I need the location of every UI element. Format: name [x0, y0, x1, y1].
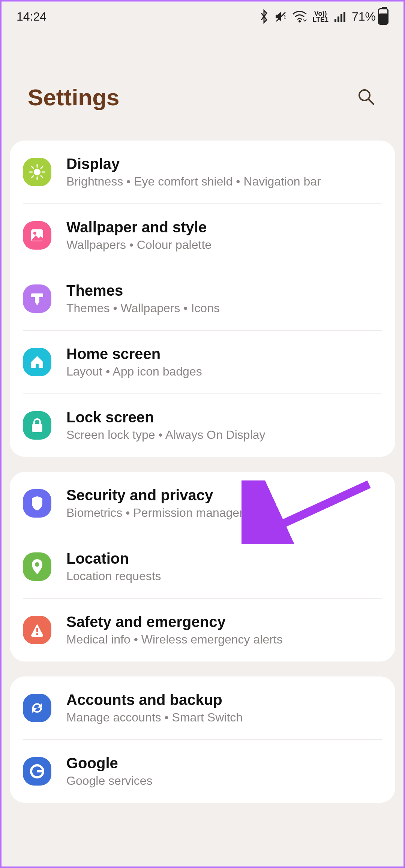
settings-row-lock[interactable]: Lock screenScreen lock type • Always On … — [23, 394, 382, 457]
sync-icon — [23, 694, 51, 722]
mute-icon — [274, 10, 287, 23]
svg-rect-4 — [340, 14, 342, 22]
settings-row-themes[interactable]: ThemesThemes • Wallpapers • Icons — [23, 267, 382, 331]
row-subtitle: Medical info • Wireless emergency alerts — [66, 633, 283, 647]
svg-rect-19 — [31, 293, 43, 297]
settings-row-wallpaper[interactable]: Wallpaper and styleWallpapers • Colour p… — [23, 204, 382, 267]
row-text: Wallpaper and styleWallpapers • Colour p… — [66, 219, 212, 252]
row-text: Lock screenScreen lock type • Always On … — [66, 409, 266, 442]
svg-rect-26 — [37, 770, 44, 772]
row-title: Display — [66, 156, 321, 172]
settings-group: DisplayBrightness • Eye comfort shield •… — [10, 141, 395, 457]
row-title: Themes — [66, 282, 220, 299]
status-time: 14:24 — [16, 10, 46, 24]
row-subtitle: Biometrics • Permission manager — [66, 506, 243, 520]
row-title: Wallpaper and style — [66, 219, 212, 236]
row-subtitle: Location requests — [66, 569, 161, 583]
battery-percent: 71% — [352, 10, 376, 24]
row-text: Security and privacyBiometrics • Permiss… — [66, 487, 243, 520]
wallpaper-icon — [23, 221, 51, 250]
bluetooth-icon — [259, 9, 269, 24]
row-title: Google — [66, 755, 152, 772]
row-subtitle: Screen lock type • Always On Display — [66, 428, 266, 442]
volte-icon: Vo))LTE1 — [312, 10, 328, 22]
row-title: Security and privacy — [66, 487, 243, 504]
svg-line-15 — [32, 176, 33, 178]
row-subtitle: Manage accounts • Smart Switch — [66, 711, 243, 724]
svg-point-1 — [298, 20, 301, 22]
svg-line-14 — [41, 176, 43, 178]
row-subtitle: Themes • Wallpapers • Icons — [66, 301, 220, 315]
row-text: LocationLocation requests — [66, 550, 161, 583]
battery-indicator: 71% — [352, 8, 388, 25]
settings-row-google[interactable]: GoogleGoogle services — [23, 740, 382, 803]
svg-rect-23 — [36, 628, 38, 632]
shield-icon — [23, 489, 51, 518]
svg-rect-5 — [344, 12, 345, 22]
status-right: Vo))LTE1 71% — [259, 8, 388, 25]
row-subtitle: Wallpapers • Colour palette — [66, 238, 212, 252]
svg-point-18 — [33, 232, 36, 235]
row-text: Home screenLayout • App icon badges — [66, 346, 202, 379]
settings-row-home[interactable]: Home screenLayout • App icon badges — [23, 331, 382, 394]
row-title: Accounts and backup — [66, 691, 243, 708]
row-text: Safety and emergencyMedical info • Wirel… — [66, 614, 283, 647]
row-title: Lock screen — [66, 409, 266, 426]
settings-list: DisplayBrightness • Eye comfort shield •… — [2, 141, 404, 803]
lock-icon — [23, 411, 51, 440]
svg-rect-3 — [338, 16, 339, 22]
row-text: Accounts and backupManage accounts • Sma… — [66, 691, 243, 724]
row-title: Home screen — [66, 346, 202, 362]
svg-line-7 — [369, 99, 374, 104]
row-subtitle: Google services — [66, 774, 152, 788]
svg-line-16 — [41, 166, 43, 168]
signal-icon — [334, 10, 346, 22]
svg-rect-24 — [36, 633, 38, 635]
row-text: ThemesThemes • Wallpapers • Icons — [66, 282, 220, 315]
google-icon — [23, 757, 51, 786]
settings-row-shield[interactable]: Security and privacyBiometrics • Permiss… — [23, 472, 382, 535]
settings-row-sync[interactable]: Accounts and backupManage accounts • Sma… — [23, 676, 382, 740]
svg-rect-20 — [35, 297, 39, 302]
page-title: Settings — [28, 84, 120, 111]
svg-point-8 — [34, 169, 40, 175]
settings-row-safety[interactable]: Safety and emergencyMedical info • Wirel… — [23, 599, 382, 661]
settings-row-display[interactable]: DisplayBrightness • Eye comfort shield •… — [23, 141, 382, 204]
row-title: Location — [66, 550, 161, 567]
settings-row-location[interactable]: LocationLocation requests — [23, 535, 382, 599]
display-icon — [23, 158, 51, 186]
svg-line-13 — [32, 166, 33, 168]
themes-icon — [23, 284, 51, 313]
status-bar: 14:24 Vo))LTE1 71% — [2, 1, 404, 31]
search-button[interactable] — [355, 86, 377, 109]
row-text: DisplayBrightness • Eye comfort shield •… — [66, 156, 321, 189]
home-icon — [23, 348, 51, 376]
location-icon — [23, 552, 51, 581]
search-icon — [357, 88, 375, 107]
row-text: GoogleGoogle services — [66, 755, 152, 788]
battery-icon — [378, 8, 388, 25]
row-subtitle: Layout • App icon badges — [66, 365, 202, 379]
header: Settings — [2, 31, 404, 141]
svg-point-22 — [35, 562, 39, 567]
row-title: Safety and emergency — [66, 614, 283, 630]
wifi-icon — [292, 10, 307, 22]
row-subtitle: Brightness • Eye comfort shield • Naviga… — [66, 175, 321, 189]
settings-group: Accounts and backupManage accounts • Sma… — [10, 676, 395, 803]
svg-rect-21 — [32, 424, 42, 432]
svg-rect-2 — [334, 19, 336, 22]
safety-icon — [23, 616, 51, 644]
settings-group: Security and privacyBiometrics • Permiss… — [10, 472, 395, 661]
